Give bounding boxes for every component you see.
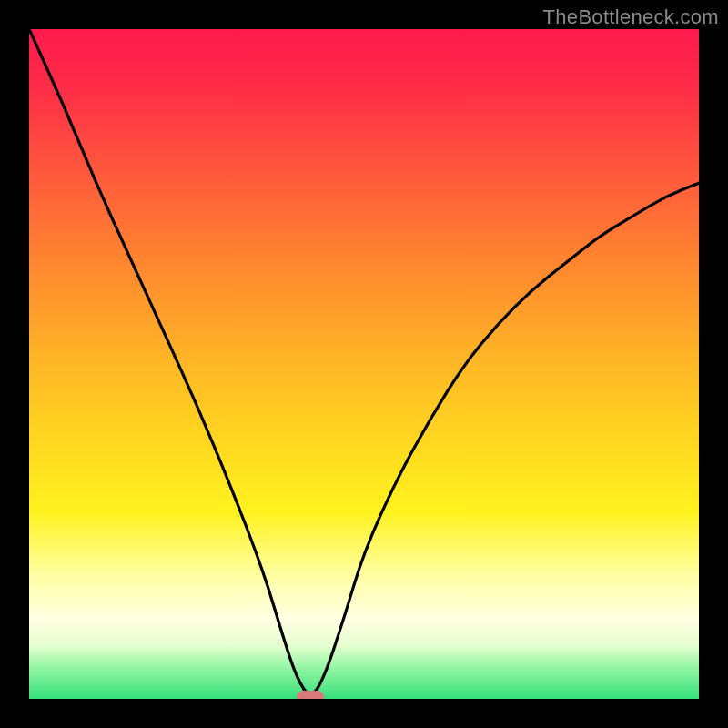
notch-marker [297,691,324,699]
watermark-text: TheBottleneck.com [543,5,719,29]
chart-curve [29,29,699,699]
chart-frame [29,29,699,699]
